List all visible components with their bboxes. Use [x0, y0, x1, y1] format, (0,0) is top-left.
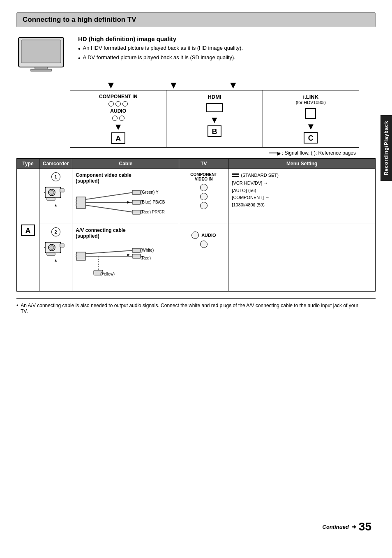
bullet-dot-1: •: [78, 45, 81, 53]
camcorder-cell-2: 2 ▲: [39, 224, 72, 292]
circle-3: [122, 101, 128, 107]
table-row-a: A 1: [17, 169, 376, 224]
standard-set-text: (STANDARD SET): [241, 173, 278, 178]
svg-rect-16: [132, 190, 141, 194]
tv-cell-1: COMPONENTVIDEO IN: [179, 169, 228, 224]
svg-rect-34: [76, 252, 85, 260]
audio-label: AUDIO: [74, 108, 162, 114]
box-c-label: C: [304, 132, 318, 144]
tv-ports-1: [182, 184, 225, 209]
svg-rect-26: [232, 174, 239, 175]
footnote: • An A/V connecting cable is also needed…: [16, 298, 376, 314]
svg-marker-21: [127, 201, 130, 204]
svg-point-7: [50, 190, 54, 194]
hdmi-label: HDMI: [171, 94, 258, 100]
tv-image: [16, 35, 70, 74]
audio-circle-2: [119, 116, 125, 121]
svg-rect-32: [47, 253, 55, 255]
continued-arrow: ➜: [351, 523, 356, 530]
signal-arrow-line: ▶: [269, 153, 280, 153]
type-a-box: A: [21, 225, 35, 236]
svg-line-15: [85, 192, 133, 199]
svg-rect-8: [60, 189, 64, 192]
svg-text:(White): (White): [141, 248, 154, 252]
side-tab: Recording/Playback: [380, 115, 392, 181]
camcorder-cell-1: 1 ▲: [39, 169, 72, 224]
diagram-area: ▼ ▼ ▼ COMPONENT IN AUDIO: [70, 80, 376, 148]
menu-title-1: (STANDARD SET): [232, 172, 372, 178]
footnote-bullet-dot: •: [16, 303, 18, 314]
svg-rect-40: [132, 254, 141, 258]
footnote-text: An A/V connecting cable is also needed t…: [21, 303, 359, 314]
arrow-1: ▼: [78, 80, 144, 90]
tv-port-green: [200, 184, 208, 191]
svg-rect-13: [76, 201, 77, 203]
description-area: HD (high definition) image quality • An …: [78, 35, 376, 64]
title-text: Connecting to a high definition TV: [23, 16, 136, 23]
svg-rect-25: [232, 173, 239, 174]
component-box: COMPONENT IN AUDIO ▼ A: [70, 90, 166, 147]
tv-port-circle-4: [191, 232, 199, 239]
arrows-row: ▼ ▼ ▼: [70, 80, 376, 90]
tv-port-circle-5: [200, 241, 208, 248]
svg-rect-2: [35, 67, 47, 69]
bullet-text-2: A DV formatted picture is played back as…: [83, 54, 235, 60]
bullet-1: • An HDV formatted picture is played bac…: [78, 45, 376, 53]
box-a-label: A: [111, 132, 125, 144]
camcorder-svg-1: [44, 184, 67, 202]
cable-title-2: A/V connecting cable(supplied): [76, 227, 175, 239]
circle-1: [108, 101, 114, 107]
hdmi-port: [206, 103, 223, 112]
cable-title-1: Component video cable(supplied): [76, 172, 175, 184]
tv-port-circle-3: [200, 202, 208, 209]
svg-rect-12: [76, 199, 77, 200]
tv-port-blue: [200, 193, 208, 200]
svg-rect-3: [31, 69, 51, 71]
th-tv: TV: [179, 159, 228, 169]
side-tab-text: Recording/Playback: [383, 121, 389, 176]
menu-icon-svg: [232, 172, 239, 178]
audio-circles: [74, 116, 162, 121]
svg-rect-14: [76, 204, 77, 206]
tv-port-red: [200, 202, 208, 209]
hd-title: HD (high definition) image quality: [78, 35, 376, 42]
table-row-av: 2 ▲ A/V connecting cable(supplied): [17, 224, 376, 292]
page-container: Connecting to a high definition TV HD (h…: [0, 0, 392, 558]
th-menu: Menu Setting: [228, 159, 376, 169]
page-number: 35: [359, 520, 371, 533]
top-area: HD (high definition) image quality • An …: [16, 35, 376, 74]
svg-text:(Yellow): (Yellow): [100, 272, 115, 276]
circle-2: [115, 101, 121, 107]
svg-rect-38: [132, 248, 141, 252]
arrow-3: ▼: [203, 80, 263, 90]
camcorder-triangle-2: ▲: [42, 258, 69, 262]
cable-cell-2: A/V connecting cable(supplied): [72, 224, 179, 292]
svg-rect-18: [132, 200, 141, 204]
ilink-box: i.LINK (for HDV1080i) ▼ C: [263, 90, 359, 147]
tv-ports-2: AUDIO: [182, 232, 225, 248]
svg-text:(Blue) PB/CB: (Blue) PB/CB: [141, 200, 165, 204]
component-video-in-label: COMPONENTVIDEO IN: [182, 172, 225, 181]
svg-text:(Red) PR/CR: (Red) PR/CR: [141, 210, 165, 214]
th-camcorder: Camcorder: [39, 159, 72, 169]
signal-flow-note: ▶ : Signal flow, ( ): Reference pages: [16, 150, 356, 156]
circle-num-1: 1: [51, 172, 60, 181]
arrow-down-a: ▼: [74, 123, 162, 132]
svg-text:(Green) Y: (Green) Y: [141, 190, 159, 194]
connection-boxes: COMPONENT IN AUDIO ▼ A: [70, 90, 359, 148]
component-circles: [74, 101, 162, 107]
continued-text: Continued: [323, 524, 349, 530]
arrow-down-c: ▼: [267, 122, 355, 131]
audio-label-tv: AUDIO: [201, 233, 216, 238]
component-cable-svg: (Green) Y (Blue) PB/CB (Red) PR/CR: [76, 186, 166, 219]
menu-cell-2: [228, 224, 376, 292]
component-in-label: COMPONENT IN: [74, 94, 162, 100]
type-cell-a: A: [17, 169, 39, 292]
bullet-dot-2: •: [78, 54, 81, 62]
svg-text:(Red): (Red): [141, 256, 151, 260]
tv-svg: [16, 35, 66, 72]
table-header-row: Type Camcorder Cable TV Menu Setting: [17, 159, 376, 169]
tv-port-circle-1: [200, 184, 208, 191]
th-type: Type: [17, 159, 39, 169]
camcorder-triangle-1: ▲: [42, 203, 69, 207]
